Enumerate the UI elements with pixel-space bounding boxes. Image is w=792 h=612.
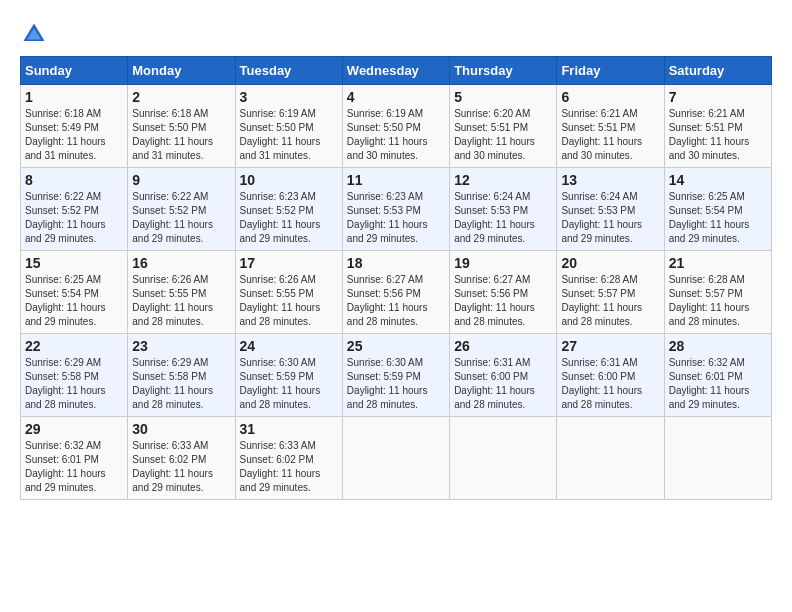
calendar-cell: 31Sunrise: 6:33 AMSunset: 6:02 PMDayligh… bbox=[235, 417, 342, 500]
calendar-cell bbox=[557, 417, 664, 500]
day-number: 23 bbox=[132, 338, 230, 354]
day-number: 2 bbox=[132, 89, 230, 105]
cell-content: Sunrise: 6:19 AMSunset: 5:50 PMDaylight:… bbox=[347, 107, 445, 163]
day-number: 30 bbox=[132, 421, 230, 437]
calendar-cell: 1Sunrise: 6:18 AMSunset: 5:49 PMDaylight… bbox=[21, 85, 128, 168]
cell-content: Sunrise: 6:19 AMSunset: 5:50 PMDaylight:… bbox=[240, 107, 338, 163]
calendar-cell: 21Sunrise: 6:28 AMSunset: 5:57 PMDayligh… bbox=[664, 251, 771, 334]
calendar-header-row: SundayMondayTuesdayWednesdayThursdayFrid… bbox=[21, 57, 772, 85]
cell-content: Sunrise: 6:24 AMSunset: 5:53 PMDaylight:… bbox=[561, 190, 659, 246]
day-number: 28 bbox=[669, 338, 767, 354]
calendar-week-1: 8Sunrise: 6:22 AMSunset: 5:52 PMDaylight… bbox=[21, 168, 772, 251]
calendar-cell: 20Sunrise: 6:28 AMSunset: 5:57 PMDayligh… bbox=[557, 251, 664, 334]
cell-content: Sunrise: 6:26 AMSunset: 5:55 PMDaylight:… bbox=[240, 273, 338, 329]
calendar-cell: 11Sunrise: 6:23 AMSunset: 5:53 PMDayligh… bbox=[342, 168, 449, 251]
calendar-cell: 16Sunrise: 6:26 AMSunset: 5:55 PMDayligh… bbox=[128, 251, 235, 334]
calendar-cell: 26Sunrise: 6:31 AMSunset: 6:00 PMDayligh… bbox=[450, 334, 557, 417]
cell-content: Sunrise: 6:28 AMSunset: 5:57 PMDaylight:… bbox=[561, 273, 659, 329]
calendar-cell: 25Sunrise: 6:30 AMSunset: 5:59 PMDayligh… bbox=[342, 334, 449, 417]
calendar-cell: 13Sunrise: 6:24 AMSunset: 5:53 PMDayligh… bbox=[557, 168, 664, 251]
logo bbox=[20, 20, 52, 48]
logo-icon bbox=[20, 20, 48, 48]
calendar-header-wednesday: Wednesday bbox=[342, 57, 449, 85]
calendar-cell: 18Sunrise: 6:27 AMSunset: 5:56 PMDayligh… bbox=[342, 251, 449, 334]
calendar-week-0: 1Sunrise: 6:18 AMSunset: 5:49 PMDaylight… bbox=[21, 85, 772, 168]
cell-content: Sunrise: 6:30 AMSunset: 5:59 PMDaylight:… bbox=[240, 356, 338, 412]
cell-content: Sunrise: 6:22 AMSunset: 5:52 PMDaylight:… bbox=[25, 190, 123, 246]
cell-content: Sunrise: 6:23 AMSunset: 5:52 PMDaylight:… bbox=[240, 190, 338, 246]
calendar-cell: 23Sunrise: 6:29 AMSunset: 5:58 PMDayligh… bbox=[128, 334, 235, 417]
day-number: 31 bbox=[240, 421, 338, 437]
cell-content: Sunrise: 6:27 AMSunset: 5:56 PMDaylight:… bbox=[347, 273, 445, 329]
calendar-week-2: 15Sunrise: 6:25 AMSunset: 5:54 PMDayligh… bbox=[21, 251, 772, 334]
day-number: 17 bbox=[240, 255, 338, 271]
day-number: 11 bbox=[347, 172, 445, 188]
calendar-header-thursday: Thursday bbox=[450, 57, 557, 85]
cell-content: Sunrise: 6:21 AMSunset: 5:51 PMDaylight:… bbox=[561, 107, 659, 163]
calendar-header-monday: Monday bbox=[128, 57, 235, 85]
day-number: 6 bbox=[561, 89, 659, 105]
cell-content: Sunrise: 6:18 AMSunset: 5:49 PMDaylight:… bbox=[25, 107, 123, 163]
calendar-cell: 27Sunrise: 6:31 AMSunset: 6:00 PMDayligh… bbox=[557, 334, 664, 417]
cell-content: Sunrise: 6:23 AMSunset: 5:53 PMDaylight:… bbox=[347, 190, 445, 246]
calendar-cell: 5Sunrise: 6:20 AMSunset: 5:51 PMDaylight… bbox=[450, 85, 557, 168]
cell-content: Sunrise: 6:31 AMSunset: 6:00 PMDaylight:… bbox=[454, 356, 552, 412]
day-number: 19 bbox=[454, 255, 552, 271]
day-number: 7 bbox=[669, 89, 767, 105]
calendar-cell: 24Sunrise: 6:30 AMSunset: 5:59 PMDayligh… bbox=[235, 334, 342, 417]
calendar-week-4: 29Sunrise: 6:32 AMSunset: 6:01 PMDayligh… bbox=[21, 417, 772, 500]
day-number: 29 bbox=[25, 421, 123, 437]
calendar-cell: 14Sunrise: 6:25 AMSunset: 5:54 PMDayligh… bbox=[664, 168, 771, 251]
cell-content: Sunrise: 6:22 AMSunset: 5:52 PMDaylight:… bbox=[132, 190, 230, 246]
calendar-cell: 17Sunrise: 6:26 AMSunset: 5:55 PMDayligh… bbox=[235, 251, 342, 334]
day-number: 20 bbox=[561, 255, 659, 271]
calendar-header-sunday: Sunday bbox=[21, 57, 128, 85]
header bbox=[20, 20, 772, 48]
day-number: 3 bbox=[240, 89, 338, 105]
cell-content: Sunrise: 6:24 AMSunset: 5:53 PMDaylight:… bbox=[454, 190, 552, 246]
day-number: 21 bbox=[669, 255, 767, 271]
cell-content: Sunrise: 6:25 AMSunset: 5:54 PMDaylight:… bbox=[25, 273, 123, 329]
calendar-cell: 22Sunrise: 6:29 AMSunset: 5:58 PMDayligh… bbox=[21, 334, 128, 417]
day-number: 14 bbox=[669, 172, 767, 188]
calendar-cell: 9Sunrise: 6:22 AMSunset: 5:52 PMDaylight… bbox=[128, 168, 235, 251]
cell-content: Sunrise: 6:29 AMSunset: 5:58 PMDaylight:… bbox=[25, 356, 123, 412]
calendar-cell: 2Sunrise: 6:18 AMSunset: 5:50 PMDaylight… bbox=[128, 85, 235, 168]
calendar-header-tuesday: Tuesday bbox=[235, 57, 342, 85]
calendar-cell: 15Sunrise: 6:25 AMSunset: 5:54 PMDayligh… bbox=[21, 251, 128, 334]
day-number: 1 bbox=[25, 89, 123, 105]
day-number: 9 bbox=[132, 172, 230, 188]
day-number: 15 bbox=[25, 255, 123, 271]
calendar-cell: 3Sunrise: 6:19 AMSunset: 5:50 PMDaylight… bbox=[235, 85, 342, 168]
day-number: 25 bbox=[347, 338, 445, 354]
cell-content: Sunrise: 6:32 AMSunset: 6:01 PMDaylight:… bbox=[25, 439, 123, 495]
cell-content: Sunrise: 6:29 AMSunset: 5:58 PMDaylight:… bbox=[132, 356, 230, 412]
calendar-header-friday: Friday bbox=[557, 57, 664, 85]
cell-content: Sunrise: 6:27 AMSunset: 5:56 PMDaylight:… bbox=[454, 273, 552, 329]
calendar-header-saturday: Saturday bbox=[664, 57, 771, 85]
calendar-cell bbox=[342, 417, 449, 500]
day-number: 16 bbox=[132, 255, 230, 271]
calendar-cell: 4Sunrise: 6:19 AMSunset: 5:50 PMDaylight… bbox=[342, 85, 449, 168]
day-number: 27 bbox=[561, 338, 659, 354]
calendar-cell: 19Sunrise: 6:27 AMSunset: 5:56 PMDayligh… bbox=[450, 251, 557, 334]
cell-content: Sunrise: 6:26 AMSunset: 5:55 PMDaylight:… bbox=[132, 273, 230, 329]
day-number: 26 bbox=[454, 338, 552, 354]
cell-content: Sunrise: 6:21 AMSunset: 5:51 PMDaylight:… bbox=[669, 107, 767, 163]
cell-content: Sunrise: 6:30 AMSunset: 5:59 PMDaylight:… bbox=[347, 356, 445, 412]
calendar-cell bbox=[450, 417, 557, 500]
day-number: 5 bbox=[454, 89, 552, 105]
cell-content: Sunrise: 6:25 AMSunset: 5:54 PMDaylight:… bbox=[669, 190, 767, 246]
day-number: 18 bbox=[347, 255, 445, 271]
cell-content: Sunrise: 6:18 AMSunset: 5:50 PMDaylight:… bbox=[132, 107, 230, 163]
calendar-cell: 30Sunrise: 6:33 AMSunset: 6:02 PMDayligh… bbox=[128, 417, 235, 500]
cell-content: Sunrise: 6:28 AMSunset: 5:57 PMDaylight:… bbox=[669, 273, 767, 329]
calendar-body: 1Sunrise: 6:18 AMSunset: 5:49 PMDaylight… bbox=[21, 85, 772, 500]
cell-content: Sunrise: 6:32 AMSunset: 6:01 PMDaylight:… bbox=[669, 356, 767, 412]
day-number: 12 bbox=[454, 172, 552, 188]
cell-content: Sunrise: 6:31 AMSunset: 6:00 PMDaylight:… bbox=[561, 356, 659, 412]
day-number: 8 bbox=[25, 172, 123, 188]
calendar-cell: 28Sunrise: 6:32 AMSunset: 6:01 PMDayligh… bbox=[664, 334, 771, 417]
calendar-table: SundayMondayTuesdayWednesdayThursdayFrid… bbox=[20, 56, 772, 500]
calendar-cell: 8Sunrise: 6:22 AMSunset: 5:52 PMDaylight… bbox=[21, 168, 128, 251]
